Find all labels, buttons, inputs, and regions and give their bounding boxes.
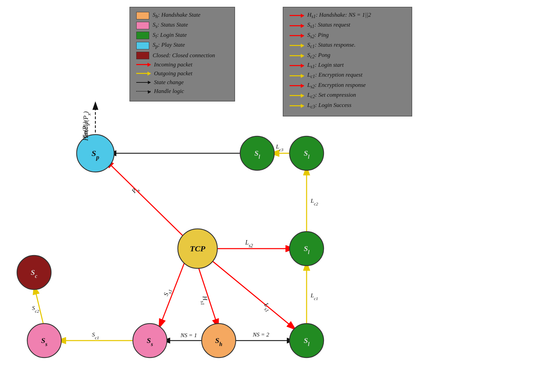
label-px: Px xyxy=(130,185,141,196)
label-hs1: Hs1 xyxy=(199,295,209,305)
diagram-svg: Handle(Px) Px Ls2 Hs1 Ss1 Ls1 NS = 1 NS … xyxy=(0,0,543,392)
label-sc2: Sc2 xyxy=(32,305,39,314)
label-lc3: Lc3 xyxy=(276,143,283,152)
arrow-ssl-sc xyxy=(34,285,44,328)
label-tcp: TCP xyxy=(190,244,205,253)
label-sc1: Sc1 xyxy=(92,331,99,340)
arrow-tcp-sh xyxy=(196,260,218,328)
label-ns1: NS = 1 xyxy=(180,332,197,339)
label-ns2: NS = 2 xyxy=(252,331,269,338)
arrow-tcp-sl-bot xyxy=(211,260,296,330)
label-lc1: Lc1 xyxy=(310,292,318,301)
main-container: Sh: Handshake State Ss: Status State Sl:… xyxy=(0,0,543,392)
label-lc2: Lc2 xyxy=(310,198,318,206)
arrow-tcp-sp xyxy=(105,159,189,242)
label-ls2: Ls2 xyxy=(245,239,253,248)
